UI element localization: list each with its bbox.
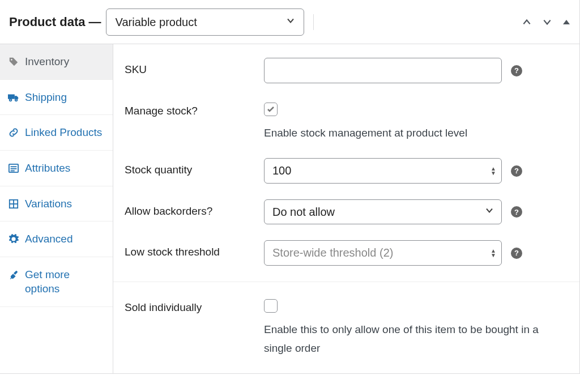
product-data-tabs: Inventory Shipping Linked Products [0,44,113,373]
manage-stock-description: Enable stock management at product level [264,124,568,142]
chevron-up-icon[interactable] [522,17,532,27]
help-icon[interactable]: ? [511,206,522,218]
help-icon[interactable]: ? [511,65,522,76]
field-allow-backorders: Allow backorders? Do not allow [125,199,568,224]
tab-variations[interactable]: Variations [0,186,113,222]
panel-header: Product data — Variable product [0,0,579,44]
panel-title: Product data — [9,15,101,29]
sold-individually-label: Sold individually [125,296,264,314]
list-icon [8,162,19,174]
grid-icon [8,198,19,210]
svg-point-2 [10,99,12,101]
allow-backorders-select[interactable]: Do not allow [264,199,502,224]
field-stock-quantity: Stock quantity ▲▼ ? [125,158,568,184]
manage-stock-checkbox[interactable] [264,103,278,116]
chevron-down-icon[interactable] [542,17,552,27]
product-type-select[interactable]: Variable product [106,8,304,36]
help-icon[interactable]: ? [511,248,522,259]
tab-advanced[interactable]: Advanced [0,221,113,257]
product-type-select-wrap: Variable product [106,8,304,36]
svg-point-3 [15,99,18,101]
tab-get-more[interactable]: Get more options [0,257,113,307]
tab-linked-products[interactable]: Linked Products [0,115,113,151]
sku-label: SKU [125,58,264,76]
svg-rect-1 [8,94,15,99]
sold-individually-checkbox[interactable] [264,299,278,313]
tag-icon [8,56,19,68]
field-sold-individually: Sold individually Enable this to only al… [125,296,568,357]
svg-point-0 [11,59,12,61]
tab-shipping[interactable]: Shipping [0,80,113,116]
panel-body: Inventory Shipping Linked Products [0,44,579,373]
gear-icon [8,233,19,245]
truck-icon [8,91,19,104]
header-controls [522,17,570,27]
field-low-stock-threshold: Low stock threshold ▲▼ ? [125,240,568,266]
field-manage-stock: Manage stock? Enable stock management at… [125,99,568,142]
link-icon [8,126,19,139]
tab-attributes[interactable]: Attributes [0,151,113,186]
stock-quantity-label: Stock quantity [125,158,264,176]
tab-inventory[interactable]: Inventory [0,44,113,80]
inventory-content: SKU ? Manage stock? [113,44,579,373]
manage-stock-label: Manage stock? [125,99,264,117]
sku-input[interactable] [264,58,502,83]
plug-icon [8,269,19,281]
product-data-panel: Product data — Variable product [0,0,580,374]
low-stock-threshold-input[interactable] [264,240,502,266]
field-sku: SKU ? [125,58,568,83]
sold-individually-description: Enable this to only allow one of this it… [264,321,568,357]
collapse-triangle-icon[interactable] [562,18,570,26]
allow-backorders-label: Allow backorders? [125,199,264,218]
help-icon[interactable]: ? [511,165,522,177]
stock-quantity-input[interactable] [264,158,502,184]
low-stock-threshold-label: Low stock threshold [125,240,264,258]
header-divider [313,14,314,30]
